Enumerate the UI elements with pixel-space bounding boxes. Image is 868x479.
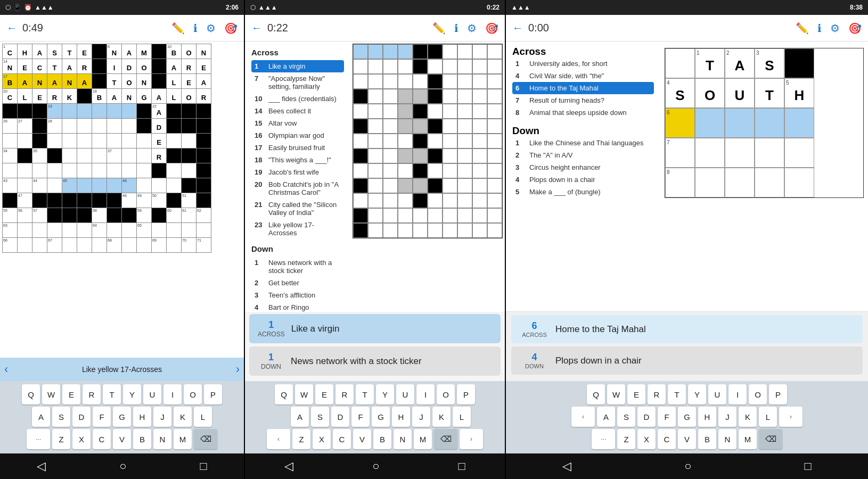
key-E-2[interactable]: E (315, 384, 333, 404)
key-U-2[interactable]: U (396, 384, 414, 404)
down-clue-3-1[interactable]: 1Like the Chinese and Thai languages (512, 137, 654, 149)
target-icon-1[interactable]: 🎯 (224, 22, 238, 35)
key-E-1[interactable]: E (62, 384, 80, 404)
down-clue-3-4[interactable]: 4Plops down in a chair (512, 174, 654, 186)
key-P-3[interactable]: P (769, 384, 787, 404)
back-nav-3[interactable]: ◁ (562, 459, 571, 473)
key-M-1[interactable]: M (174, 429, 192, 449)
across-clue-3-8[interactable]: 8Animal that sleeps upside down (512, 106, 654, 119)
key-S-2[interactable]: S (311, 407, 329, 427)
key-G-2[interactable]: G (372, 407, 390, 427)
key-D-3[interactable]: D (637, 407, 656, 427)
across-clue-16[interactable]: 16Olympian war god (251, 129, 344, 142)
back-nav-2[interactable]: ◁ (284, 459, 293, 473)
home-nav-3[interactable]: ○ (684, 459, 691, 473)
key-C-3[interactable]: C (658, 429, 676, 449)
info-icon-3[interactable]: ℹ (817, 22, 822, 35)
key-backspace-1[interactable]: ⌫ (194, 429, 217, 449)
key-O-3[interactable]: O (749, 384, 767, 404)
key-R-3[interactable]: R (648, 384, 666, 404)
key-H-1[interactable]: H (133, 407, 151, 427)
crossword-table-1[interactable]: 1CHASTE6NAM10BON14NECTARIDOARE17BANANATO… (2, 44, 211, 253)
across-clue-14[interactable]: 14Bees collect it (251, 105, 344, 117)
key-A-2[interactable]: A (291, 407, 309, 427)
key-F-2[interactable]: F (351, 407, 370, 427)
key-nav-left-2[interactable]: ‹ (267, 429, 290, 449)
key-J-1[interactable]: J (153, 407, 171, 427)
right-clue-card-down[interactable]: 4 DOWN Plops down in a chair (511, 346, 863, 375)
crossword-grid-3[interactable]: 1T2A3S4SOUT5H678 (665, 48, 864, 198)
target-icon-2[interactable]: 🎯 (485, 22, 498, 35)
key-X-2[interactable]: X (313, 429, 331, 449)
key-O-2[interactable]: O (437, 384, 455, 404)
across-clue-21[interactable]: 21City called the "Silicon Valley of Ind… (251, 199, 344, 219)
key-U-3[interactable]: U (708, 384, 726, 404)
key-S-1[interactable]: S (52, 407, 70, 427)
key-L-1[interactable]: L (194, 407, 212, 427)
key-backspace-2[interactable]: ⌫ (434, 429, 457, 449)
key-J-3[interactable]: J (718, 407, 736, 427)
key-P-2[interactable]: P (457, 384, 475, 404)
key-backspace-3[interactable]: ⌫ (759, 429, 782, 449)
key-C-2[interactable]: C (333, 429, 351, 449)
down-clue-2[interactable]: 2Get better (251, 277, 344, 289)
key-X-1[interactable]: X (72, 429, 91, 449)
across-clue-7[interactable]: 7"Apocalypse Now" setting, familiarly (251, 72, 344, 93)
key-P-1[interactable]: P (204, 384, 222, 404)
key-T-1[interactable]: T (103, 384, 121, 404)
recents-nav-3[interactable]: □ (805, 459, 812, 473)
key-Q-1[interactable]: Q (22, 384, 40, 404)
down-clue-3[interactable]: 3Teen's affliction (251, 289, 344, 301)
key-K-2[interactable]: K (432, 407, 451, 427)
across-clue-10[interactable]: 10___ fides (credentials) (251, 93, 344, 105)
key-V-2[interactable]: V (353, 429, 371, 449)
key-B-1[interactable]: B (133, 429, 151, 449)
key-L-2[interactable]: L (453, 407, 471, 427)
key-Z-3[interactable]: Z (617, 429, 635, 449)
key-W-3[interactable]: W (607, 384, 625, 404)
settings-icon-3[interactable]: ⚙ (830, 22, 840, 35)
prev-clue-1[interactable]: ‹ (4, 362, 8, 376)
key-K-3[interactable]: K (739, 407, 757, 427)
clues-section-2[interactable]: Across 1Like a virgin7"Apocalypse Now" s… (245, 42, 350, 312)
key-Y-2[interactable]: Y (376, 384, 394, 404)
key-H-3[interactable]: H (698, 407, 716, 427)
clue-card-across-2[interactable]: 1 ACROSS Like a virgin (249, 314, 501, 343)
key-W-1[interactable]: W (42, 384, 60, 404)
key-N-1[interactable]: N (153, 429, 171, 449)
key-G-3[interactable]: G (678, 407, 696, 427)
key-E-3[interactable]: E (627, 384, 645, 404)
down-clue-3-3[interactable]: 3Circus height enhancer (512, 161, 654, 174)
key-V-1[interactable]: V (113, 429, 131, 449)
clue-card-down-2[interactable]: 1 DOWN News network with a stock ticker (249, 346, 501, 376)
key-I-3[interactable]: I (728, 384, 747, 404)
key-R-1[interactable]: R (83, 384, 101, 404)
key-I-2[interactable]: I (416, 384, 435, 404)
recents-nav-2[interactable]: □ (458, 459, 465, 473)
key-G-1[interactable]: G (113, 407, 131, 427)
across-clue-3-6[interactable]: 6Home to the Taj Mahal (512, 82, 654, 94)
key-Z-1[interactable]: Z (52, 429, 70, 449)
key-I-1[interactable]: I (163, 384, 182, 404)
key-H-2[interactable]: H (392, 407, 410, 427)
key-M-2[interactable]: M (414, 429, 432, 449)
recents-nav-1[interactable]: □ (200, 459, 207, 473)
across-clue-3-4[interactable]: 4Civil War side, with "the" (512, 70, 654, 82)
pencil-icon-1[interactable]: ✏️ (171, 22, 185, 35)
info-icon-1[interactable]: ℹ (193, 22, 198, 35)
down-clue-4[interactable]: 4Bart or Ringo (251, 301, 344, 312)
key-Z-2[interactable]: Z (292, 429, 310, 449)
key-nav-right-3[interactable]: › (779, 407, 803, 427)
back-button-1[interactable]: ← (6, 22, 17, 34)
across-clue-17[interactable]: 17Easily bruised fruit (251, 142, 344, 154)
right-clue-card-across[interactable]: 6 ACROSS Home to the Taj Mahal (511, 315, 863, 343)
key-special-1[interactable]: ··· (27, 429, 50, 449)
home-nav-1[interactable]: ○ (119, 459, 126, 473)
pencil-icon-2[interactable]: ✏️ (432, 22, 446, 35)
key-D-1[interactable]: D (72, 407, 91, 427)
crossword-grid-2[interactable] (353, 44, 503, 238)
back-button-2[interactable]: ← (251, 22, 262, 34)
across-clue-3-1[interactable]: 1University aides, for short (512, 57, 654, 70)
across-clue-20[interactable]: 20Bob Cratchit's job in "A Christmas Car… (251, 178, 344, 199)
key-A-1[interactable]: A (32, 407, 50, 427)
